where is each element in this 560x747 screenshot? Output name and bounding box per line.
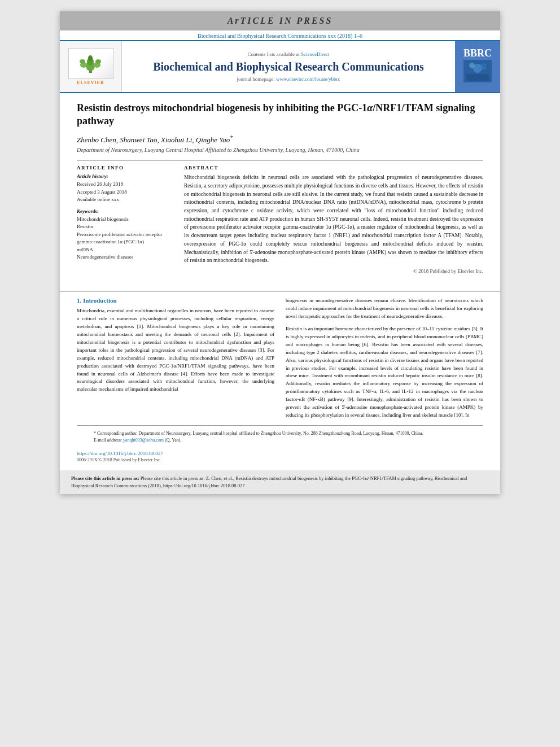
keyword-4: mtDNA (77, 246, 173, 254)
abstract-text: Mitochondrial biogenesis deficits in neu… (184, 173, 483, 265)
article-history-label: Article history: (77, 173, 173, 179)
svg-point-7 (95, 59, 101, 64)
journal-info-text: Biochemical and Biophysical Research Com… (198, 33, 362, 39)
abstract-column: ABSTRACT Mitochondrial biogenesis defici… (184, 165, 483, 274)
keyword-1: Mitochondrial biogenesis (77, 216, 173, 224)
introduction-right-text-1: biogenesis in neurodegenerative diseases… (286, 297, 483, 321)
homepage-link[interactable]: www.elsevier.com/locate/ybbrc (276, 76, 340, 82)
svg-rect-10 (466, 74, 489, 81)
elsevier-label: ELSEVIER (77, 80, 104, 85)
header-left: ELSEVIER (60, 41, 122, 92)
affiliation: Department of Neurosurgery, Luoyang Cent… (77, 147, 483, 153)
doi-section: https://doi.org/10.1016/j.bbrc.2018.08.0… (60, 444, 500, 465)
introduction-section: 1. Introduction Mitochondria, essential … (60, 297, 500, 420)
keywords-label: Keywords: (77, 208, 173, 214)
keyword-5: Neurodegenerative diseases (77, 254, 173, 261)
introduction-left-col: 1. Introduction Mitochondria, essential … (77, 297, 274, 420)
article-title: Resistin destroys mitochondrial biogenes… (77, 102, 483, 128)
page: ArTICLE IN PRESS Biochemical and Biophys… (60, 11, 500, 494)
svg-point-3 (88, 55, 93, 61)
footnote-star: * Corresponding author. Department of Ne… (94, 430, 466, 437)
journal-header: ELSEVIER Contents lists available at Sci… (60, 40, 500, 93)
copyright-line: © 2018 Published by Elsevier Inc. (184, 268, 483, 274)
svg-point-6 (80, 59, 85, 64)
journal-info-line: Biochemical and Biophysical Research Com… (60, 30, 500, 40)
sciencedirect-link[interactable]: ScienceDirect (301, 51, 329, 57)
banner-text: ArTICLE IN PRESS (228, 16, 333, 25)
section-divider (60, 291, 500, 291)
main-content: Resistin destroys mitochondrial biogenes… (60, 93, 500, 285)
bbrc-image-icon (463, 60, 492, 82)
elsevier-logo-box (68, 48, 113, 79)
introduction-right-text-2: Resistin is an important hormone charact… (286, 325, 483, 420)
issn-text: 0006-291X/© 2018 Published by Elsevier I… (77, 457, 483, 462)
article-in-press-banner: ArTICLE IN PRESS (60, 11, 500, 30)
accepted-date: Accepted 3 August 2018 (77, 189, 173, 196)
elsevier-tree-icon (78, 54, 103, 73)
introduction-right-col: biogenesis in neurodegenerative diseases… (286, 297, 483, 420)
journal-homepage: journal homepage: www.elsevier.com/locat… (237, 76, 340, 82)
article-info-heading: ARTICLE INFO (77, 165, 173, 171)
svg-point-12 (480, 63, 487, 70)
citation-label: Please cite this article in press as: (71, 475, 141, 481)
footnote-email-line: E-mail address: yanqht033@sohu.com (Q, Y… (94, 437, 466, 444)
sciencedirect-line: Contents lists available at ScienceDirec… (248, 51, 330, 57)
svg-point-11 (469, 63, 475, 68)
introduction-left-text: Mitochondria, essential and multifunctio… (77, 307, 274, 394)
doi-link[interactable]: https://doi.org/10.1016/j.bbrc.2018.08.0… (77, 451, 163, 456)
sciencedirect-label: Contents lists available at (248, 51, 300, 57)
article-info-abstract-section: ARTICLE INFO Article history: Received 2… (77, 160, 483, 274)
keyword-2: Resistin (77, 223, 173, 231)
introduction-heading: 1. Introduction (77, 297, 274, 304)
footnote-section: * Corresponding author. Department of Ne… (77, 425, 483, 444)
citation-footer: Please cite this article in press as: Pl… (60, 470, 500, 494)
header-right: BBRC (455, 41, 500, 92)
article-info-column: ARTICLE INFO Article history: Received 2… (77, 165, 173, 274)
homepage-label: journal homepage: (237, 76, 275, 82)
email-owner: (Q, Yao). (165, 438, 181, 443)
header-center: Contents lists available at ScienceDirec… (122, 41, 455, 92)
bbrc-logo: BBRC (461, 45, 495, 88)
authors: Zhenbo Chen, Shanwei Tao, Xiaohui Li, Qi… (77, 134, 483, 145)
received-date: Received 26 July 2018 (77, 181, 173, 189)
email-label: E-mail address: (94, 438, 122, 443)
email-address[interactable]: yanqht033@sohu.com (123, 438, 164, 443)
keyword-3: Peroxisome proliferator activator recept… (77, 231, 173, 246)
abstract-heading: ABSTRACT (184, 165, 483, 171)
authors-text: Zhenbo Chen, Shanwei Tao, Xiaohui Li, Qi… (77, 136, 233, 144)
journal-title-main: Biochemical and Biophysical Research Com… (153, 59, 424, 74)
available-online: Available online xxx (77, 196, 173, 204)
